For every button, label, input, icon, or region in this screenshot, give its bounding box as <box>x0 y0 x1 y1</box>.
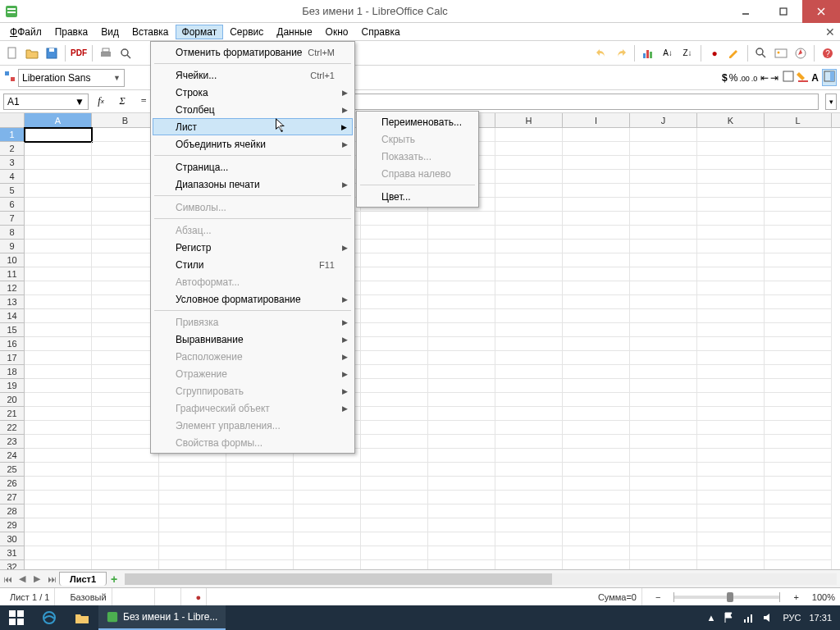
cell[interactable] <box>226 504 294 518</box>
cell[interactable] <box>361 393 428 407</box>
submenu-item[interactable]: Цвет... <box>358 188 477 205</box>
cell[interactable] <box>92 281 159 295</box>
cell[interactable] <box>563 295 630 309</box>
cell[interactable] <box>495 463 563 477</box>
cell[interactable] <box>630 184 697 198</box>
row-header[interactable]: 15 <box>0 323 25 337</box>
cell[interactable] <box>226 532 294 546</box>
cell[interactable] <box>495 379 563 393</box>
cell[interactable] <box>25 351 92 365</box>
menu-item[interactable]: Диапазоны печати▶ <box>153 176 353 193</box>
cell[interactable] <box>563 560 630 569</box>
cell[interactable] <box>428 365 495 379</box>
tray-action-center-icon[interactable]: ▲ <box>707 613 716 623</box>
cell[interactable] <box>92 560 159 569</box>
remove-decimal-icon[interactable]: .0 <box>751 72 758 84</box>
cell[interactable] <box>92 518 159 532</box>
cell[interactable] <box>563 156 630 170</box>
row-header[interactable]: 9 <box>0 240 25 253</box>
cell[interactable] <box>428 546 495 560</box>
chart-icon[interactable] <box>639 44 657 62</box>
cell[interactable] <box>226 518 294 532</box>
function-wizard-icon[interactable]: fx <box>92 93 110 111</box>
cell[interactable] <box>765 365 832 379</box>
cell[interactable] <box>361 379 428 393</box>
cell[interactable] <box>765 295 832 309</box>
cell[interactable] <box>361 560 428 569</box>
cell[interactable] <box>697 477 765 491</box>
cell[interactable] <box>765 309 832 323</box>
add-decimal-icon[interactable]: .00 <box>739 72 750 84</box>
row-header[interactable]: 25 <box>0 463 25 477</box>
cell[interactable] <box>563 421 630 435</box>
cell[interactable] <box>630 323 697 337</box>
cell[interactable] <box>765 198 832 212</box>
cell[interactable] <box>765 379 832 393</box>
taskbar-active-task[interactable]: Без имени 1 - Libre... <box>98 605 226 630</box>
cell[interactable] <box>92 421 159 435</box>
menu-item[interactable]: Страница... <box>153 158 353 176</box>
cell[interactable] <box>765 170 832 184</box>
cell[interactable] <box>361 226 428 240</box>
row-header[interactable]: 10 <box>0 253 25 267</box>
cell[interactable] <box>765 267 832 281</box>
cell[interactable] <box>697 546 765 560</box>
row-header[interactable]: 27 <box>0 491 25 504</box>
menu-item[interactable]: Столбец▶ <box>153 101 353 118</box>
cell[interactable] <box>25 491 92 504</box>
cell[interactable] <box>428 226 495 240</box>
cell[interactable] <box>563 546 630 560</box>
cell[interactable] <box>361 295 428 309</box>
cell[interactable] <box>92 156 159 170</box>
cell[interactable] <box>159 546 226 560</box>
cell[interactable] <box>630 379 697 393</box>
cell[interactable] <box>92 142 159 156</box>
cell[interactable] <box>159 518 226 532</box>
cell[interactable] <box>630 477 697 491</box>
cell[interactable] <box>630 295 697 309</box>
menu-edit[interactable]: Правка <box>48 25 95 39</box>
menu-item[interactable]: Объединить ячейки▶ <box>153 135 353 153</box>
row-header[interactable]: 5 <box>0 184 25 198</box>
row-header[interactable]: 21 <box>0 407 25 421</box>
cell[interactable] <box>495 449 563 463</box>
cell[interactable] <box>92 240 159 253</box>
cell[interactable] <box>495 226 563 240</box>
row-header[interactable]: 31 <box>0 546 25 560</box>
cell[interactable] <box>495 365 563 379</box>
row-header[interactable]: 24 <box>0 449 25 463</box>
menu-data[interactable]: Данные <box>270 25 318 39</box>
cell[interactable] <box>495 295 563 309</box>
tray-volume-icon[interactable] <box>763 612 774 623</box>
print-icon[interactable] <box>97 44 115 62</box>
menu-tools[interactable]: Сервис <box>223 25 270 39</box>
menu-item[interactable]: Условное форматирование▶ <box>153 290 353 308</box>
row-header[interactable]: 17 <box>0 351 25 365</box>
cell[interactable] <box>630 240 697 253</box>
new-doc-icon[interactable] <box>3 44 21 62</box>
menu-help[interactable]: Справка <box>355 25 407 39</box>
cell[interactable] <box>697 295 765 309</box>
cell[interactable] <box>495 156 563 170</box>
cell[interactable] <box>25 518 92 532</box>
cell[interactable] <box>25 309 92 323</box>
cell[interactable] <box>428 435 495 449</box>
cell[interactable] <box>361 421 428 435</box>
sum-icon[interactable]: Σ <box>113 93 131 111</box>
cell[interactable] <box>765 281 832 295</box>
cell[interactable] <box>25 281 92 295</box>
styles-icon[interactable] <box>3 70 16 85</box>
cell[interactable] <box>697 240 765 253</box>
minimize-button[interactable] <box>727 0 765 23</box>
cell[interactable] <box>159 491 226 504</box>
row-header[interactable]: 16 <box>0 337 25 351</box>
cell[interactable] <box>226 546 294 560</box>
status-sum[interactable]: Сумма=0 <box>593 588 642 605</box>
cell[interactable] <box>428 337 495 351</box>
row-header[interactable]: 3 <box>0 156 25 170</box>
cell[interactable] <box>765 504 832 518</box>
cell[interactable] <box>765 560 832 569</box>
cell[interactable] <box>428 421 495 435</box>
status-zoom-value[interactable]: 100% <box>812 592 835 602</box>
format-menu-popup[interactable]: Отменить форматированиеCtrl+MЯчейки...Ct… <box>150 41 355 454</box>
